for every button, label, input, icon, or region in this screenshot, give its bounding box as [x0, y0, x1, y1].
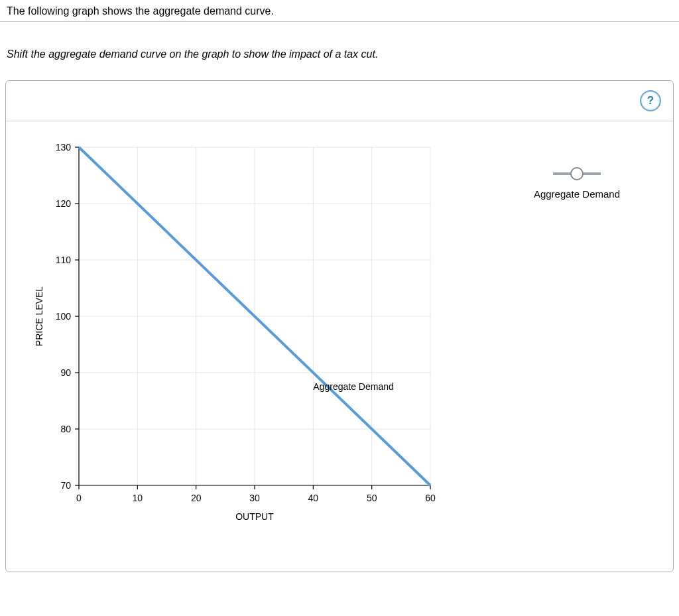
- help-button[interactable]: ?: [640, 90, 661, 111]
- y-tick-label: 100: [56, 311, 72, 322]
- x-tick-label: 50: [367, 493, 377, 503]
- y-tick-label: 90: [60, 367, 71, 378]
- chart-area: 0102030405060708090100110120130OUTPUTPRI…: [26, 134, 450, 532]
- intro-text: The following graph shows the aggregate …: [0, 0, 679, 22]
- y-tick-label: 80: [60, 424, 71, 434]
- legend-line-left-icon: [553, 172, 572, 175]
- y-tick-label: 130: [56, 142, 72, 153]
- y-tick-label: 70: [60, 480, 71, 491]
- help-icon: ?: [647, 94, 654, 107]
- y-axis-label: PRICE LEVEL: [34, 286, 44, 346]
- page-root: The following graph shows the aggregate …: [0, 0, 679, 572]
- legend-line-right-icon: [582, 172, 601, 175]
- x-tick-label: 40: [308, 493, 319, 503]
- x-tick-label: 10: [133, 493, 143, 503]
- chart-svg[interactable]: 0102030405060708090100110120130OUTPUTPRI…: [26, 134, 450, 532]
- x-tick-label: 30: [249, 493, 260, 503]
- x-tick-label: 20: [191, 493, 202, 503]
- series-label: Aggregate Demand: [313, 381, 393, 392]
- panel-header: ?: [6, 81, 673, 121]
- graph-panel: ? 0102030405060708090100110120130OUTPUTP…: [5, 80, 674, 572]
- x-axis-label: OUTPUT: [235, 511, 274, 522]
- y-tick-label: 110: [56, 255, 72, 265]
- legend-handle[interactable]: [534, 167, 620, 180]
- y-tick-label: 120: [56, 198, 72, 209]
- legend-circle-icon: [570, 167, 584, 180]
- x-tick-label: 0: [76, 493, 82, 503]
- legend: Aggregate Demand: [534, 167, 620, 200]
- x-tick-label: 60: [425, 493, 436, 503]
- legend-label: Aggregate Demand: [534, 188, 620, 200]
- instruction-text: Shift the aggregate demand curve on the …: [0, 22, 679, 74]
